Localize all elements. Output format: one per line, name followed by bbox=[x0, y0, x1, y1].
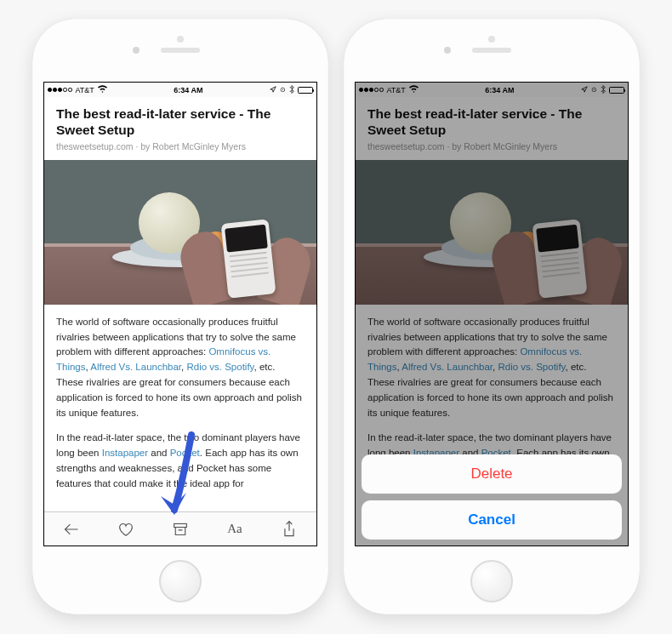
action-sheet: Delete Cancel bbox=[362, 454, 622, 540]
battery-icon bbox=[298, 87, 313, 94]
link-alfred-vs-launchbar[interactable]: Alfred Vs. Launchbar bbox=[90, 362, 181, 372]
link-pocket[interactable]: Pocket bbox=[170, 448, 200, 458]
bluetooth-icon bbox=[289, 85, 294, 95]
svg-rect-0 bbox=[174, 523, 187, 527]
bottom-toolbar: Aa bbox=[44, 511, 316, 545]
carrier-label: AT&T bbox=[76, 86, 94, 94]
appearance-button[interactable]: Aa bbox=[224, 518, 246, 540]
archive-button[interactable] bbox=[169, 518, 191, 540]
article-content: The best read-it-later service - The Swe… bbox=[44, 97, 316, 492]
article-title: The best read-it-later service - The Swe… bbox=[56, 106, 305, 139]
home-button[interactable] bbox=[470, 560, 513, 603]
article-hero-image bbox=[44, 160, 316, 305]
status-bar: AT&T 6:34 AM ⊙ bbox=[44, 83, 316, 97]
screen-left: AT&T 6:34 AM ⊙ The best read-it-later se… bbox=[43, 82, 317, 546]
link-rdio-vs-spotify[interactable]: Rdio vs. Spotify bbox=[186, 362, 253, 372]
screen-right: AT&T 6:34 AM ⊙ The best read-it-later se… bbox=[355, 82, 629, 546]
share-button[interactable] bbox=[278, 518, 300, 540]
paragraph-2: In the read-it-later space, the two domi… bbox=[56, 431, 305, 491]
signal-dots bbox=[48, 88, 72, 92]
cancel-button[interactable]: Cancel bbox=[362, 500, 622, 540]
back-button[interactable] bbox=[60, 518, 83, 540]
wifi-icon bbox=[98, 85, 107, 94]
phone-right: AT&T 6:34 AM ⊙ The best read-it-later se… bbox=[344, 19, 640, 614]
like-button[interactable] bbox=[115, 518, 137, 540]
article-byline: thesweetsetup.com · by Robert McGinley M… bbox=[56, 141, 305, 151]
link-instapaper[interactable]: Instapaper bbox=[102, 448, 148, 458]
alarm-icon: ⊙ bbox=[280, 86, 286, 94]
location-icon bbox=[270, 86, 276, 94]
phone-left: AT&T 6:34 AM ⊙ The best read-it-later se… bbox=[32, 19, 328, 614]
home-button[interactable] bbox=[159, 560, 202, 603]
delete-button[interactable]: Delete bbox=[362, 454, 622, 494]
status-time: 6:34 AM bbox=[174, 86, 202, 94]
paragraph-1: The world of software occasionally produ… bbox=[56, 315, 305, 421]
